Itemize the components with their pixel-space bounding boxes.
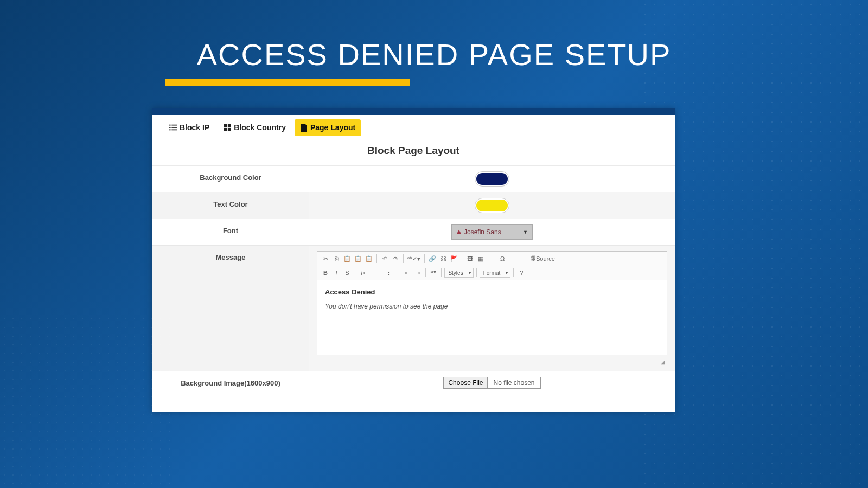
svg-rect-7 [228, 124, 231, 127]
styles-dropdown[interactable]: Styles [444, 268, 473, 278]
copy-icon[interactable]: ⎘ [331, 254, 341, 264]
bulletlist-icon[interactable]: ⋮≡ [385, 268, 396, 278]
choose-file-button[interactable]: Choose File [444, 377, 488, 388]
strike-icon[interactable]: S [342, 268, 352, 278]
label-background-image: Background Image(868x488) [152, 371, 309, 395]
list-icon [169, 124, 177, 131]
warning-icon [456, 229, 462, 235]
blockquote-icon[interactable]: ❝❞ [429, 268, 438, 278]
font-select[interactable]: Josefin Sans [451, 224, 533, 240]
link-icon[interactable]: 🔗 [427, 254, 437, 264]
svg-rect-3 [171, 127, 177, 128]
row-background-image: Background Image(868x488) Choose File N… [152, 371, 675, 395]
svg-rect-2 [169, 127, 171, 128]
text-color-picker[interactable] [475, 198, 509, 213]
undo-icon[interactable]: ↶ [380, 254, 390, 264]
hr-icon[interactable]: ≡ [487, 254, 496, 264]
svg-rect-0 [169, 125, 171, 126]
paste-icon[interactable]: 📋 [342, 254, 352, 264]
spellcheck-icon[interactable]: ᵃᵇ✓▾ [406, 254, 422, 264]
rich-text-editor: ✂ ⎘ 📋 📋 📋 ↶ ↷ ᵃᵇ✓▾ 🔗 ⛓ 🚩 🖼 ▦ [317, 251, 667, 365]
cut-icon[interactable]: ✂ [321, 254, 330, 264]
row-message: Message ✂ ⎘ 📋 📋 📋 ↶ ↷ ᵃᵇ✓▾ 🔗 ⛓ � [152, 246, 675, 371]
bg-color-picker[interactable] [475, 171, 509, 187]
file-status: No file chosen [488, 377, 540, 388]
label-text-color: Text Color [152, 192, 309, 219]
source-button[interactable]: 🗐 Source [529, 254, 556, 264]
svg-rect-6 [224, 124, 227, 127]
editor-statusbar[interactable] [317, 355, 667, 365]
title-underline [165, 79, 410, 86]
svg-rect-4 [169, 130, 171, 131]
specialchar-icon[interactable]: Ω [497, 254, 507, 264]
format-dropdown[interactable]: Format [480, 268, 511, 278]
table-icon[interactable]: ▦ [476, 254, 486, 264]
label-background-color: Background Color [152, 166, 309, 192]
unlink-icon[interactable]: ⛓ [438, 254, 448, 264]
redo-icon[interactable]: ↷ [391, 254, 400, 264]
bg-color-swatch [476, 173, 508, 185]
editor-toolbar: ✂ ⎘ 📋 📋 📋 ↶ ↷ ᵃᵇ✓▾ 🔗 ⛓ 🚩 🖼 ▦ [317, 252, 667, 280]
image-icon[interactable]: 🖼 [465, 254, 475, 264]
label-font: Font [152, 219, 309, 245]
font-value: Josefin Sans [464, 228, 501, 236]
section-heading: Block Page Layout [152, 136, 675, 166]
removeformat-icon[interactable]: Ix [358, 268, 368, 278]
italic-icon[interactable]: I [331, 268, 341, 278]
indent-icon[interactable]: ⇥ [413, 268, 423, 278]
anchor-icon[interactable]: 🚩 [449, 254, 459, 264]
tab-label: Page Layout [310, 123, 355, 132]
page-title: ACCESS DENIED PAGE SETUP [163, 37, 705, 72]
panel-top-bar [152, 108, 675, 115]
maximize-icon[interactable]: ⛶ [513, 254, 523, 264]
grid-icon [224, 124, 231, 131]
tab-bar: Block IP Block Country Page Layout [158, 115, 675, 136]
row-background-color: Background Color [152, 166, 675, 192]
paste-text-icon[interactable]: 📋 [353, 254, 363, 264]
text-color-swatch [476, 200, 508, 211]
editor-body: You don't have permission to see the pag… [325, 303, 659, 310]
tab-label: Block IP [180, 123, 209, 132]
settings-panel: Block IP Block Country Page Layout Block… [152, 108, 675, 412]
label-message: Message [152, 246, 309, 371]
svg-rect-5 [171, 130, 177, 131]
paste-word-icon[interactable]: 📋 [364, 254, 374, 264]
tab-page-layout[interactable]: Page Layout [295, 119, 361, 136]
help-icon[interactable]: ? [516, 268, 526, 278]
numberlist-icon[interactable]: ≡ [374, 268, 384, 278]
tab-block-ip[interactable]: Block IP [164, 119, 215, 136]
page-header: ACCESS DENIED PAGE SETUP [163, 37, 705, 86]
file-icon [300, 124, 308, 131]
svg-rect-9 [228, 128, 231, 131]
outdent-icon[interactable]: ⇤ [402, 268, 412, 278]
editor-heading: Access Denied [325, 288, 659, 296]
tab-label: Block Country [234, 123, 286, 132]
svg-rect-8 [224, 128, 227, 131]
row-text-color: Text Color [152, 192, 675, 219]
bold-icon[interactable]: B [321, 268, 330, 278]
tab-block-country[interactable]: Block Country [218, 119, 291, 136]
svg-rect-1 [171, 125, 177, 126]
file-input[interactable]: Choose File No file chosen [443, 377, 540, 389]
editor-content[interactable]: Access Denied You don't have permission … [317, 280, 667, 355]
row-font: Font Josefin Sans [152, 219, 675, 246]
